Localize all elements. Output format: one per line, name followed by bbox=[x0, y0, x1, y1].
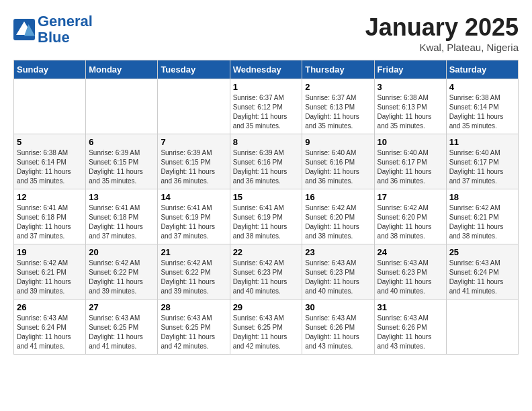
day-info: Sunrise: 6:38 AMSunset: 6:14 PMDaylight:… bbox=[449, 93, 515, 131]
calendar-cell bbox=[14, 79, 86, 134]
day-number: 3 bbox=[378, 82, 443, 92]
day-info: Sunrise: 6:39 AMSunset: 6:16 PMDaylight:… bbox=[233, 148, 300, 186]
day-number: 22 bbox=[233, 247, 300, 257]
calendar-cell: 27Sunrise: 6:43 AMSunset: 6:25 PMDayligh… bbox=[86, 300, 158, 355]
day-info: Sunrise: 6:42 AMSunset: 6:20 PMDaylight:… bbox=[305, 203, 371, 241]
day-number: 26 bbox=[17, 302, 83, 312]
weekday-header-sunday: Sunday bbox=[14, 60, 86, 79]
day-number: 1 bbox=[233, 82, 300, 92]
day-info: Sunrise: 6:42 AMSunset: 6:21 PMDaylight:… bbox=[17, 259, 83, 296]
calendar-cell: 1Sunrise: 6:37 AMSunset: 6:12 PMDaylight… bbox=[230, 79, 302, 134]
calendar-cell: 25Sunrise: 6:43 AMSunset: 6:24 PMDayligh… bbox=[446, 244, 518, 300]
calendar-cell: 9Sunrise: 6:40 AMSunset: 6:16 PMDaylight… bbox=[302, 134, 374, 189]
calendar-cell: 19Sunrise: 6:42 AMSunset: 6:21 PMDayligh… bbox=[14, 244, 86, 300]
day-number: 31 bbox=[378, 302, 443, 312]
day-info: Sunrise: 6:43 AMSunset: 6:23 PMDaylight:… bbox=[305, 259, 371, 296]
page-header: General Blue January 2025 Kwal, Plateau,… bbox=[13, 13, 519, 53]
weekday-header-monday: Monday bbox=[86, 60, 158, 79]
day-number: 6 bbox=[89, 137, 154, 147]
day-info: Sunrise: 6:41 AMSunset: 6:18 PMDaylight:… bbox=[17, 203, 83, 241]
calendar-cell: 20Sunrise: 6:42 AMSunset: 6:22 PMDayligh… bbox=[86, 244, 158, 300]
day-number: 18 bbox=[449, 192, 515, 202]
day-info: Sunrise: 6:37 AMSunset: 6:13 PMDaylight:… bbox=[305, 93, 371, 131]
calendar-cell: 21Sunrise: 6:42 AMSunset: 6:22 PMDayligh… bbox=[158, 244, 230, 300]
month-title: January 2025 bbox=[365, 13, 519, 42]
day-info: Sunrise: 6:41 AMSunset: 6:18 PMDaylight:… bbox=[89, 203, 154, 241]
calendar-cell: 3Sunrise: 6:38 AMSunset: 6:13 PMDaylight… bbox=[374, 79, 446, 134]
day-number: 24 bbox=[378, 247, 443, 257]
calendar-cell: 4Sunrise: 6:38 AMSunset: 6:14 PMDaylight… bbox=[446, 79, 518, 134]
day-number: 20 bbox=[89, 247, 154, 257]
day-info: Sunrise: 6:43 AMSunset: 6:25 PMDaylight:… bbox=[233, 314, 300, 351]
day-number: 30 bbox=[305, 302, 371, 312]
day-info: Sunrise: 6:43 AMSunset: 6:24 PMDaylight:… bbox=[449, 259, 515, 296]
day-number: 7 bbox=[161, 137, 226, 147]
day-info: Sunrise: 6:42 AMSunset: 6:20 PMDaylight:… bbox=[378, 203, 443, 241]
day-number: 21 bbox=[161, 247, 226, 257]
weekday-header-friday: Friday bbox=[374, 60, 446, 79]
day-info: Sunrise: 6:43 AMSunset: 6:25 PMDaylight:… bbox=[161, 314, 226, 351]
day-number: 25 bbox=[449, 247, 515, 257]
calendar-cell: 16Sunrise: 6:42 AMSunset: 6:20 PMDayligh… bbox=[302, 189, 374, 244]
weekday-header-thursday: Thursday bbox=[302, 60, 374, 79]
day-info: Sunrise: 6:41 AMSunset: 6:19 PMDaylight:… bbox=[233, 203, 300, 241]
day-number: 17 bbox=[378, 192, 443, 202]
logo-text: General Blue bbox=[38, 13, 93, 46]
day-number: 27 bbox=[89, 302, 154, 312]
calendar-cell: 26Sunrise: 6:43 AMSunset: 6:24 PMDayligh… bbox=[14, 300, 86, 355]
calendar-cell: 10Sunrise: 6:40 AMSunset: 6:17 PMDayligh… bbox=[374, 134, 446, 189]
day-info: Sunrise: 6:43 AMSunset: 6:24 PMDaylight:… bbox=[17, 314, 83, 351]
location-subtitle: Kwal, Plateau, Nigeria bbox=[365, 42, 519, 53]
calendar-week-row: 12Sunrise: 6:41 AMSunset: 6:18 PMDayligh… bbox=[14, 189, 519, 244]
calendar-cell: 17Sunrise: 6:42 AMSunset: 6:20 PMDayligh… bbox=[374, 189, 446, 244]
day-info: Sunrise: 6:43 AMSunset: 6:26 PMDaylight:… bbox=[305, 314, 371, 351]
calendar-cell: 24Sunrise: 6:43 AMSunset: 6:23 PMDayligh… bbox=[374, 244, 446, 300]
day-number: 15 bbox=[233, 192, 300, 202]
calendar-cell: 30Sunrise: 6:43 AMSunset: 6:26 PMDayligh… bbox=[302, 300, 374, 355]
calendar-week-row: 1Sunrise: 6:37 AMSunset: 6:12 PMDaylight… bbox=[14, 79, 519, 134]
weekday-header-tuesday: Tuesday bbox=[158, 60, 230, 79]
day-number: 13 bbox=[89, 192, 154, 202]
day-info: Sunrise: 6:42 AMSunset: 6:22 PMDaylight:… bbox=[89, 259, 154, 296]
day-number: 29 bbox=[233, 302, 300, 312]
calendar-cell: 29Sunrise: 6:43 AMSunset: 6:25 PMDayligh… bbox=[230, 300, 302, 355]
day-number: 10 bbox=[378, 137, 443, 147]
calendar-cell: 12Sunrise: 6:41 AMSunset: 6:18 PMDayligh… bbox=[14, 189, 86, 244]
calendar-cell bbox=[86, 79, 158, 134]
calendar-week-row: 5Sunrise: 6:38 AMSunset: 6:14 PMDaylight… bbox=[14, 134, 519, 189]
calendar-cell: 5Sunrise: 6:38 AMSunset: 6:14 PMDaylight… bbox=[14, 134, 86, 189]
logo: General Blue bbox=[13, 13, 93, 46]
day-info: Sunrise: 6:42 AMSunset: 6:23 PMDaylight:… bbox=[233, 259, 300, 296]
calendar-cell: 6Sunrise: 6:39 AMSunset: 6:15 PMDaylight… bbox=[86, 134, 158, 189]
calendar-table: SundayMondayTuesdayWednesdayThursdayFrid… bbox=[13, 60, 519, 355]
day-number: 16 bbox=[305, 192, 371, 202]
weekday-header-row: SundayMondayTuesdayWednesdayThursdayFrid… bbox=[14, 60, 519, 79]
day-info: Sunrise: 6:41 AMSunset: 6:19 PMDaylight:… bbox=[161, 203, 226, 241]
calendar-cell: 13Sunrise: 6:41 AMSunset: 6:18 PMDayligh… bbox=[86, 189, 158, 244]
day-number: 9 bbox=[305, 137, 371, 147]
day-number: 2 bbox=[305, 82, 371, 92]
calendar-cell: 15Sunrise: 6:41 AMSunset: 6:19 PMDayligh… bbox=[230, 189, 302, 244]
day-info: Sunrise: 6:40 AMSunset: 6:16 PMDaylight:… bbox=[305, 148, 371, 186]
day-info: Sunrise: 6:38 AMSunset: 6:13 PMDaylight:… bbox=[378, 93, 443, 131]
day-info: Sunrise: 6:37 AMSunset: 6:12 PMDaylight:… bbox=[233, 93, 300, 131]
calendar-week-row: 19Sunrise: 6:42 AMSunset: 6:21 PMDayligh… bbox=[14, 244, 519, 300]
calendar-cell: 22Sunrise: 6:42 AMSunset: 6:23 PMDayligh… bbox=[230, 244, 302, 300]
day-number: 14 bbox=[161, 192, 226, 202]
calendar-cell bbox=[158, 79, 230, 134]
weekday-header-wednesday: Wednesday bbox=[230, 60, 302, 79]
calendar-cell: 28Sunrise: 6:43 AMSunset: 6:25 PMDayligh… bbox=[158, 300, 230, 355]
calendar-week-row: 26Sunrise: 6:43 AMSunset: 6:24 PMDayligh… bbox=[14, 300, 519, 355]
calendar-cell: 18Sunrise: 6:42 AMSunset: 6:21 PMDayligh… bbox=[446, 189, 518, 244]
day-info: Sunrise: 6:40 AMSunset: 6:17 PMDaylight:… bbox=[378, 148, 443, 186]
calendar-cell: 23Sunrise: 6:43 AMSunset: 6:23 PMDayligh… bbox=[302, 244, 374, 300]
day-number: 19 bbox=[17, 247, 83, 257]
calendar-cell bbox=[446, 300, 518, 355]
logo-icon bbox=[13, 19, 35, 40]
day-number: 23 bbox=[305, 247, 371, 257]
logo-line1: General bbox=[38, 13, 93, 30]
day-number: 8 bbox=[233, 137, 300, 147]
title-block: January 2025 Kwal, Plateau, Nigeria bbox=[365, 13, 519, 53]
day-number: 28 bbox=[161, 302, 226, 312]
day-info: Sunrise: 6:43 AMSunset: 6:25 PMDaylight:… bbox=[89, 314, 154, 351]
